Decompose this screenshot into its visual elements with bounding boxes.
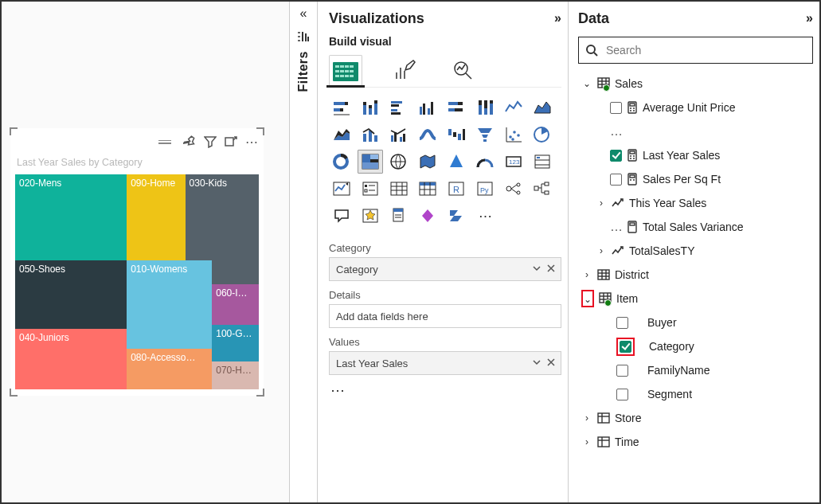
checkbox-checked[interactable] (620, 341, 631, 353)
visual-treemap-card[interactable]: ⋯ Last Year Sales by Category 020-Mens 0… (10, 128, 264, 396)
viz-donut[interactable] (329, 150, 354, 174)
viz-filled-map[interactable] (415, 150, 440, 174)
viz-qna[interactable] (329, 204, 354, 228)
more-wells-icon[interactable]: ⋯ (329, 381, 561, 399)
field-total-sales-ty[interactable]: › TotalSalesTY (578, 239, 813, 263)
chevron-down-icon[interactable]: ⌄ (584, 294, 592, 305)
viz-stacked-column[interactable] (358, 96, 383, 119)
remove-field-icon[interactable] (546, 357, 556, 369)
viz-100-stacked-bar[interactable] (444, 96, 469, 119)
chevron-down-icon[interactable] (532, 357, 541, 369)
treemap-plot[interactable]: 020-Mens 090-Home 030-Kids 050-Shoes 010… (15, 174, 259, 389)
checkbox-checked[interactable] (610, 150, 622, 162)
field-last-year-sales[interactable]: Last Year Sales (578, 143, 813, 167)
viz-waterfall[interactable] (444, 123, 469, 147)
field-familyname[interactable]: FamilyName (578, 358, 813, 382)
treemap-tile[interactable]: 070-H… (212, 361, 259, 389)
treemap-tile[interactable]: 080-Accesso… (127, 349, 212, 389)
report-canvas[interactable]: ⋯ Last Year Sales by Category 020-Mens 0… (2, 2, 290, 502)
remove-field-icon[interactable] (546, 264, 556, 275)
treemap-tile[interactable]: 050-Shoes (15, 260, 127, 329)
chevron-right-icon[interactable]: › (581, 436, 592, 447)
well-category[interactable]: Category (329, 257, 561, 281)
viz-get-more-visuals[interactable]: ⋯ (472, 204, 498, 228)
viz-scatter[interactable] (501, 123, 526, 147)
expand-filters-icon[interactable]: « (300, 6, 307, 21)
viz-py-visual[interactable]: Py (472, 177, 498, 201)
viz-map[interactable] (386, 150, 412, 174)
viz-clustered-column[interactable] (415, 96, 440, 119)
viz-stacked-bar[interactable] (329, 96, 354, 119)
search-fields-input[interactable] (604, 43, 806, 57)
collapse-data-icon[interactable]: » (806, 11, 813, 25)
table-district[interactable]: › District (578, 263, 813, 287)
viz-kpi[interactable] (329, 177, 354, 201)
tab-build-visual[interactable] (329, 55, 362, 87)
treemap-tile[interactable]: 060-I… (212, 284, 259, 325)
viz-smart-narrative[interactable] (358, 204, 383, 228)
field-segment[interactable]: Segment (578, 382, 813, 406)
viz-treemap[interactable] (358, 150, 383, 174)
checkbox[interactable] (610, 102, 622, 114)
filter-icon[interactable] (203, 135, 217, 149)
more-icon[interactable]: ⋯ (244, 135, 259, 149)
chevron-right-icon[interactable]: › (581, 412, 592, 424)
filters-pane-collapsed[interactable]: « Filters (290, 2, 318, 502)
viz-decomposition-tree[interactable] (530, 177, 555, 201)
field-sales-per-sq-ft[interactable]: Sales Per Sq Ft (578, 167, 813, 191)
chevron-down-icon[interactable]: ⌄ (581, 78, 592, 89)
field-category[interactable]: Category (578, 334, 813, 358)
viz-100-stacked-column[interactable] (472, 96, 498, 119)
checkbox[interactable] (616, 317, 628, 329)
table-sales[interactable]: ⌄ Sales (578, 72, 813, 96)
viz-multirow-card[interactable] (530, 150, 555, 174)
treemap-tile[interactable]: 090-Home (127, 174, 185, 260)
field-row-ellipsis[interactable]: … (578, 119, 813, 143)
treemap-tile[interactable]: 100-G… (212, 325, 259, 361)
field-this-year-sales[interactable]: › This Year Sales (578, 191, 813, 215)
viz-funnel[interactable] (472, 123, 498, 147)
chevron-right-icon[interactable]: › (581, 269, 592, 280)
viz-clustered-bar[interactable] (386, 96, 412, 119)
viz-stacked-area[interactable] (329, 123, 354, 147)
viz-r-visual[interactable]: R (444, 177, 469, 201)
chevron-right-icon[interactable]: › (596, 197, 607, 209)
table-store[interactable]: › Store (578, 406, 813, 430)
treemap-tile[interactable]: 020-Mens (15, 174, 127, 260)
focus-mode-icon[interactable] (224, 135, 238, 149)
viz-azure-map[interactable] (444, 150, 469, 174)
treemap-tile[interactable]: 040-Juniors (15, 329, 127, 389)
viz-power-apps[interactable] (415, 204, 440, 228)
well-values[interactable]: Last Year Sales (329, 351, 561, 375)
treemap-tile[interactable]: 010-Womens (127, 260, 212, 349)
chevron-right-icon[interactable]: › (596, 245, 607, 256)
table-time[interactable]: › Time (578, 430, 813, 454)
viz-area[interactable] (530, 96, 555, 119)
field-buyer[interactable]: Buyer (578, 311, 813, 334)
viz-line-stacked-column[interactable] (358, 123, 383, 147)
field-avg-unit-price[interactable]: Average Unit Price (578, 96, 813, 119)
viz-slicer[interactable] (358, 177, 383, 201)
table-item[interactable]: ⌄ Item (578, 287, 813, 311)
field-total-sales-variance[interactable]: … Total Sales Variance (578, 215, 813, 239)
tab-analytics[interactable] (447, 55, 480, 87)
viz-paginated-report[interactable] (386, 204, 412, 228)
collapse-visualizations-icon[interactable]: » (554, 11, 561, 25)
pin-icon[interactable] (182, 135, 197, 149)
well-details[interactable]: Add data fields here (329, 304, 561, 328)
drag-handle-icon[interactable] (158, 140, 171, 144)
checkbox[interactable] (616, 389, 628, 400)
viz-table[interactable] (386, 177, 412, 201)
search-fields-box[interactable] (578, 37, 813, 64)
viz-power-automate[interactable] (444, 204, 469, 228)
viz-ribbon[interactable] (415, 123, 440, 147)
viz-card[interactable]: 123 (501, 150, 526, 174)
viz-key-influencers[interactable] (501, 177, 526, 201)
tab-format-visual[interactable] (388, 55, 421, 87)
viz-matrix[interactable] (415, 177, 440, 201)
chevron-down-icon[interactable] (532, 264, 541, 275)
viz-gauge[interactable] (472, 150, 498, 174)
viz-pie[interactable] (530, 123, 555, 147)
viz-line-clustered-column[interactable] (386, 123, 412, 147)
checkbox[interactable] (616, 365, 628, 377)
